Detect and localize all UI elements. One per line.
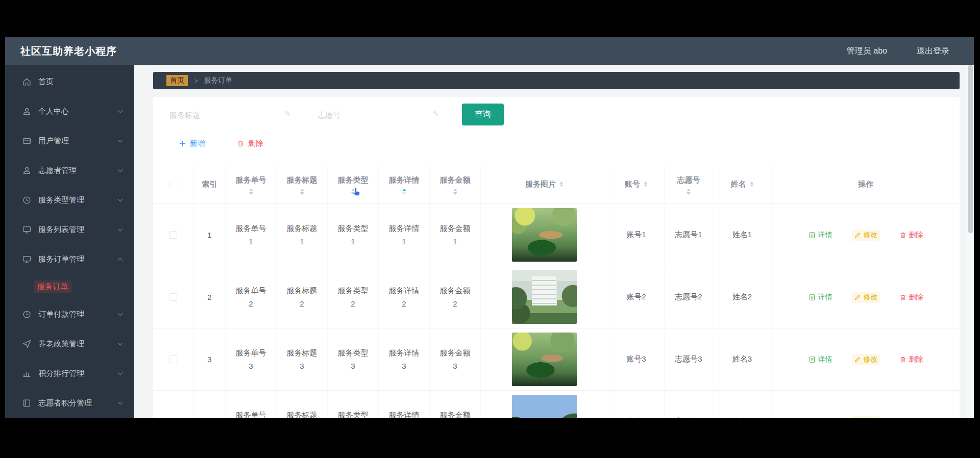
row-checkbox[interactable] [169,231,177,239]
sidebar-item-label: 用户管理 [38,136,69,146]
cell-account: 账号3 [608,328,665,390]
sidebar-item-service-orders[interactable]: 服务订单管理 [5,244,134,274]
batch-delete-button[interactable]: 删除 [237,139,263,148]
sort-carets-icon[interactable] [300,189,304,195]
column-header-image[interactable]: 服务图片 [481,165,608,203]
edit-button[interactable]: 修改 [852,354,880,365]
scrollbar-thumb[interactable] [968,65,973,233]
sort-carets-icon[interactable] [453,189,457,195]
user-icon [22,166,31,175]
service-image[interactable] [512,333,577,386]
breadcrumb-home-link[interactable]: 首页 [166,75,188,86]
column-header-amount[interactable]: 服务金额 [430,165,481,203]
monitor-icon [22,255,31,264]
cell-index: 3 [194,328,226,390]
select-all-cell [153,165,194,203]
edit-button[interactable]: 修改 [852,292,880,303]
vertical-scrollbar[interactable] [967,65,974,418]
edit-input-icon: ✎ [285,110,291,118]
sort-carets-icon[interactable] [560,182,564,187]
sidebar-subitem-service-order-active[interactable]: 服务订单 [5,274,134,299]
detail-button[interactable]: 详情 [808,293,832,302]
clock-icon [22,310,31,319]
delete-button[interactable]: 删除 [899,417,923,419]
cell-detail: 服务详情2 [387,284,421,310]
chevron-down-icon [118,340,123,345]
sort-carets-icon[interactable] [750,182,753,187]
sort-carets-icon[interactable] [687,189,691,195]
column-header-name[interactable]: 姓名 [713,165,772,203]
chevron-down-icon [118,399,123,404]
pencil-icon [854,356,861,363]
breadcrumb: 首页 > 服务订单 [153,72,960,89]
query-button[interactable]: 查询 [462,104,504,125]
table-row: 3 服务单号3 服务标题3 服务类型3 服务详情3 服务金额3 账号3 志愿号3… [153,328,960,390]
edit-button[interactable]: 修改 [852,230,880,241]
cell-name: 姓名1 [713,204,772,266]
sidebar: 首页 个人中心 用户管理 志愿者管理 服务类型管理 [5,65,134,418]
sort-carets-icon[interactable] [351,189,355,195]
cell-amount: 服务金额3 [438,346,472,372]
sort-carets-icon[interactable] [249,189,253,195]
trash-icon [237,140,244,147]
service-image[interactable] [512,270,577,324]
pencil-icon [854,294,861,301]
cell-type: 服务类型3 [336,346,370,372]
detail-button[interactable]: 详情 [808,417,832,419]
sidebar-item-service-types[interactable]: 服务类型管理 [5,185,134,215]
sort-carets-icon[interactable] [644,182,648,187]
sidebar-item-users[interactable]: 用户管理 [5,126,134,156]
chevron-up-icon [118,258,123,263]
column-header-type[interactable]: 服务类型 [328,165,379,203]
sidebar-item-points-ranking[interactable]: 积分排行管理 [5,359,134,388]
sidebar-item-label: 积分排行管理 [38,369,84,378]
delete-button[interactable]: 删除 [899,355,923,364]
column-header-volunteer-no[interactable]: 志愿号 [665,165,713,203]
edit-button[interactable]: 修改 [852,416,880,419]
user-icon [22,107,31,116]
sort-carets-ascending-icon[interactable] [402,189,406,195]
delete-button[interactable]: 删除 [899,293,923,302]
cell-index: 4 [194,391,226,418]
admin-user-menu[interactable]: 管理员 abo [847,46,887,57]
sidebar-item-order-payment[interactable]: 订单付款管理 [5,299,134,329]
column-header-title[interactable]: 服务标题 [277,165,328,203]
row-checkbox[interactable] [169,293,177,301]
chevron-down-icon [118,226,123,231]
row-checkbox[interactable] [169,418,177,418]
sidebar-item-home[interactable]: 首页 [5,67,134,96]
service-image[interactable] [512,395,577,418]
add-button[interactable]: 新增 [179,139,205,148]
volunteer-no-input[interactable] [316,105,431,125]
sidebar-item-label: 服务订单管理 [38,255,84,264]
service-title-input[interactable] [168,105,283,125]
monitor-icon [22,225,31,234]
service-image[interactable] [512,208,577,262]
row-checkbox[interactable] [169,355,177,363]
trash-icon [899,232,906,239]
column-header-account[interactable]: 账号 [608,165,665,203]
detail-button[interactable]: 详情 [808,355,832,364]
sidebar-item-volunteer-points[interactable]: 志愿者积分管理 [5,388,134,418]
detail-button[interactable]: 详情 [808,231,832,240]
table-header-row: 索引 服务单号 服务标题 服务类型 服务详情 服务 [153,165,960,203]
column-header-order-no[interactable]: 服务单号 [226,165,277,203]
sidebar-item-volunteers[interactable]: 志愿者管理 [5,156,134,185]
pencil-icon [854,232,861,239]
select-all-checkbox[interactable] [169,181,177,188]
edit-input-icon: ✎ [433,110,439,118]
column-header-detail[interactable]: 服务详情 [379,165,430,203]
sidebar-item-label: 养老政策管理 [38,339,84,349]
document-icon [808,232,816,239]
trash-icon [899,294,906,301]
id-card-icon [22,137,31,145]
sidebar-item-service-list[interactable]: 服务列表管理 [5,215,134,244]
cell-order-no: 服务单号4 [234,409,268,418]
sidebar-item-elderly-policy[interactable]: 养老政策管理 [5,329,134,359]
delete-button[interactable]: 删除 [899,231,923,240]
logout-button[interactable]: 退出登录 [917,46,949,57]
cell-title: 服务标题1 [285,222,319,248]
sidebar-item-profile[interactable]: 个人中心 [5,96,134,126]
table-toolbar: 新增 删除 [179,139,263,148]
cell-order-no: 服务单号3 [234,346,268,372]
